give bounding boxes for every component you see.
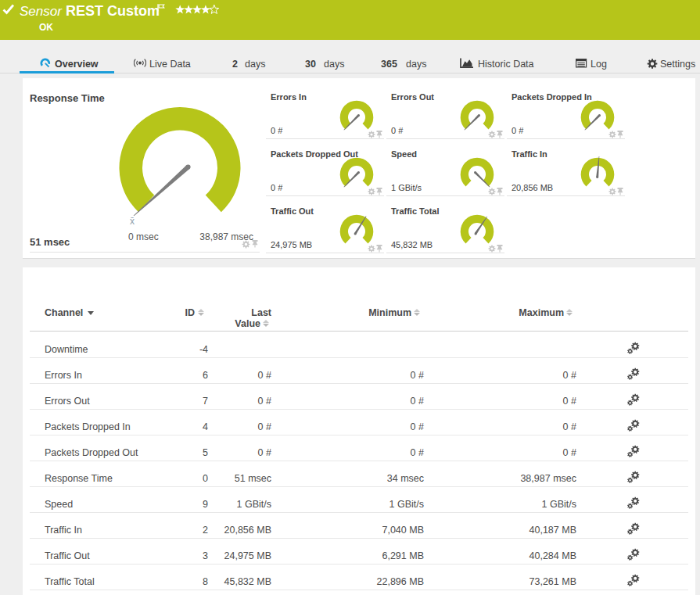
svg-text:x̄: x̄ — [130, 216, 135, 227]
